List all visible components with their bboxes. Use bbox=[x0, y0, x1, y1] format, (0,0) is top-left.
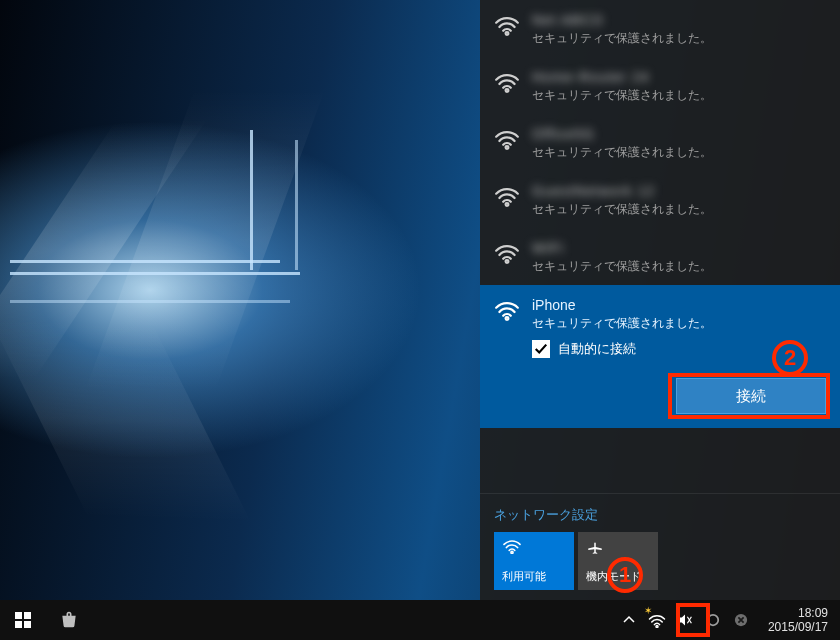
wifi-icon bbox=[494, 128, 520, 150]
network-subtitle: セキュリティで保護されました。 bbox=[532, 258, 826, 275]
network-item[interactable]: GuestNetwork 12 セキュリティで保護されました。 bbox=[480, 171, 840, 228]
svg-point-2 bbox=[506, 146, 509, 149]
connect-row: 接続 bbox=[480, 368, 840, 428]
wifi-icon bbox=[494, 185, 520, 207]
network-subtitle: セキュリティで保護されました。 bbox=[532, 87, 826, 104]
network-ssid: iPhone bbox=[532, 297, 576, 313]
network-item[interactable]: Net ABCD セキュリティで保護されました。 bbox=[480, 0, 840, 57]
network-subtitle: セキュリティで保護されました。 bbox=[532, 144, 826, 161]
network-ssid-hidden: Net ABCD bbox=[532, 12, 604, 28]
tile-airplane-mode[interactable]: 機内モード bbox=[578, 532, 658, 590]
tile-airplane-label: 機内モード bbox=[586, 569, 650, 584]
wifi-icon bbox=[494, 242, 520, 264]
svg-point-15 bbox=[656, 625, 658, 627]
tile-wifi-label: 利用可能 bbox=[502, 569, 566, 584]
network-item-selected[interactable]: iPhone セキュリティで保護されました。 自動的に接続 bbox=[480, 285, 840, 368]
svg-point-4 bbox=[506, 260, 509, 263]
wifi-icon bbox=[494, 299, 520, 321]
svg-point-6 bbox=[511, 551, 513, 553]
network-item[interactable]: Home-Router 24 セキュリティで保護されました。 bbox=[480, 57, 840, 114]
svg-point-16 bbox=[708, 615, 719, 626]
tile-wifi[interactable]: 利用可能 bbox=[494, 532, 574, 590]
svg-rect-11 bbox=[15, 612, 22, 619]
wifi-icon bbox=[494, 14, 520, 36]
svg-rect-14 bbox=[24, 621, 31, 628]
start-button[interactable] bbox=[0, 600, 46, 640]
quick-action-tiles: 利用可能 機内モード bbox=[480, 532, 840, 600]
tray-wifi-icon[interactable]: ✶ bbox=[648, 611, 666, 629]
wifi-icon bbox=[494, 71, 520, 93]
network-ssid-hidden: WiFi bbox=[532, 240, 564, 256]
tray-icon-a[interactable] bbox=[704, 611, 722, 629]
wifi-available-star-icon: ✶ bbox=[644, 605, 652, 616]
system-tray: ✶ 18:09 2015/09/17 bbox=[620, 606, 840, 634]
network-item[interactable]: Office5G セキュリティで保護されました。 bbox=[480, 114, 840, 171]
tray-volume-icon[interactable] bbox=[676, 611, 694, 629]
network-flyout: Net ABCD セキュリティで保護されました。 Home-Router 24 … bbox=[480, 0, 840, 600]
svg-point-5 bbox=[506, 317, 509, 320]
svg-point-0 bbox=[506, 32, 509, 35]
network-subtitle: セキュリティで保護されました。 bbox=[532, 315, 826, 332]
svg-point-3 bbox=[506, 203, 509, 206]
network-settings-title[interactable]: ネットワーク設定 bbox=[480, 493, 840, 532]
tray-icon-b[interactable] bbox=[732, 611, 750, 629]
wifi-icon bbox=[502, 538, 566, 556]
taskbar: ✶ 18:09 2015/09/17 bbox=[0, 600, 840, 640]
auto-connect-label: 自動的に接続 bbox=[558, 340, 636, 358]
network-list: Net ABCD セキュリティで保護されました。 Home-Router 24 … bbox=[480, 0, 840, 493]
svg-point-1 bbox=[506, 89, 509, 92]
network-ssid-hidden: GuestNetwork 12 bbox=[532, 183, 655, 199]
network-ssid-hidden: Home-Router 24 bbox=[532, 69, 650, 85]
svg-rect-12 bbox=[24, 612, 31, 619]
connect-button[interactable]: 接続 bbox=[676, 378, 826, 414]
tray-chevron-up-icon[interactable] bbox=[620, 611, 638, 629]
network-subtitle: セキュリティで保護されました。 bbox=[532, 201, 826, 218]
taskbar-clock[interactable]: 18:09 2015/09/17 bbox=[760, 606, 836, 634]
network-ssid-hidden: Office5G bbox=[532, 126, 595, 142]
clock-date: 2015/09/17 bbox=[768, 620, 828, 634]
network-item[interactable]: WiFi セキュリティで保護されました。 bbox=[480, 228, 840, 285]
taskbar-app-store[interactable] bbox=[46, 600, 92, 640]
clock-time: 18:09 bbox=[768, 606, 828, 620]
auto-connect-checkbox[interactable] bbox=[532, 340, 550, 358]
svg-rect-13 bbox=[15, 621, 22, 628]
network-subtitle: セキュリティで保護されました。 bbox=[532, 30, 826, 47]
airplane-icon bbox=[586, 538, 650, 556]
